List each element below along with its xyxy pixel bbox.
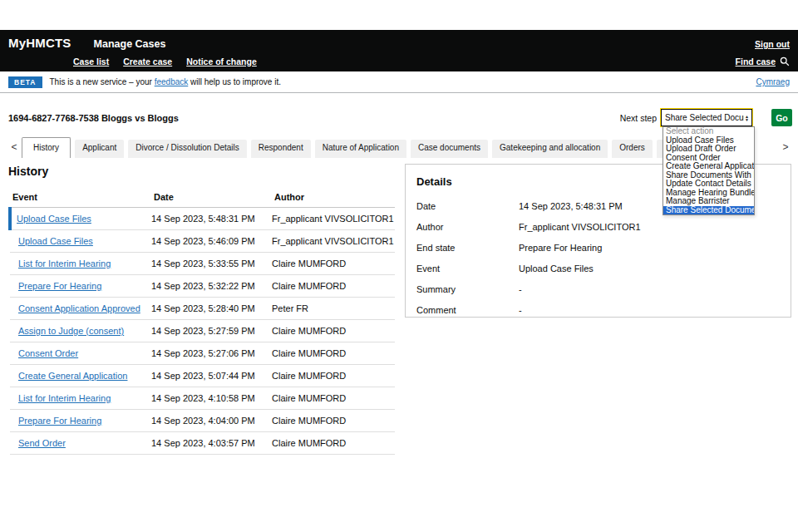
- next-step-selected-value: Share Selected Documents: [662, 113, 744, 122]
- table-row: Consent Application Approved 14 Sep 2023…: [10, 298, 395, 320]
- find-case[interactable]: Find case: [736, 57, 790, 66]
- event-date: 14 Sep 2023, 5:27:06 PM: [151, 342, 272, 365]
- tab-scroll-right-icon[interactable]: >: [778, 140, 793, 155]
- event-link[interactable]: List for Interim Hearing: [18, 393, 111, 403]
- event-author: Claire MUMFORD: [272, 253, 395, 275]
- details-field: Comment -: [416, 299, 780, 320]
- next-step-label: Next step: [620, 113, 657, 123]
- details-field-value: -: [519, 284, 522, 294]
- case-title: 1694-6827-7768-7538 Bloggs vs Bloggs: [8, 113, 179, 123]
- event-author: Claire MUMFORD: [272, 320, 395, 342]
- event-link[interactable]: Send Order: [18, 438, 66, 448]
- event-date: 14 Sep 2023, 5:32:22 PM: [151, 275, 272, 298]
- dropdown-option[interactable]: Share Selected Documents: [663, 206, 754, 215]
- main-nav: Case listCreate caseNotice of change: [73, 57, 257, 66]
- feedback-link[interactable]: feedback: [155, 77, 189, 86]
- tab[interactable]: Divorce / Dissolution Details: [128, 140, 247, 158]
- event-link[interactable]: Upload Case Files: [18, 236, 93, 246]
- table-row: List for Interim Hearing 14 Sep 2023, 4:…: [10, 387, 395, 410]
- tab[interactable]: Nature of Application: [315, 140, 406, 158]
- history-table-body: Upload Case Files 14 Sep 2023, 5:48:31 P…: [10, 208, 395, 455]
- history-heading: History: [8, 165, 395, 178]
- dropdown-option[interactable]: Consent Order: [663, 154, 754, 163]
- next-step-select[interactable]: Share Selected Documents ▲ ▼: [661, 109, 752, 126]
- event-link[interactable]: List for Interim Hearing: [18, 259, 111, 268]
- tab[interactable]: Applicant: [75, 140, 124, 158]
- event-link[interactable]: Upload Case Files: [17, 214, 91, 224]
- page: MyHMCTS Manage Cases Sign out Case listC…: [0, 0, 798, 532]
- nav-link[interactable]: Notice of change: [186, 57, 257, 66]
- sign-out-link[interactable]: Sign out: [755, 39, 790, 49]
- tab-scroll-left-icon[interactable]: <: [7, 140, 22, 155]
- table-row: Upload Case Files 14 Sep 2023, 5:46:09 P…: [10, 230, 395, 253]
- phase-banner-text: This is a new service – your feedback wi…: [50, 77, 281, 86]
- details-field: Event Upload Case Files: [416, 258, 780, 278]
- event-date: 14 Sep 2023, 4:03:57 PM: [151, 432, 272, 455]
- spinner-down-icon: ▼: [745, 118, 749, 121]
- nav-link[interactable]: Create case: [123, 57, 172, 66]
- details-field-value: Prepare For Hearing: [519, 243, 602, 253]
- table-header-row: Event Date Author: [10, 185, 395, 208]
- details-field-label: Summary: [416, 284, 519, 294]
- event-author: Fr_applicant VIVSOLICITOR1: [272, 208, 395, 230]
- tab[interactable]: History: [22, 137, 71, 158]
- event-link[interactable]: Consent Order: [18, 348, 78, 358]
- event-link[interactable]: Prepare For Hearing: [18, 416, 101, 426]
- dropdown-option[interactable]: Manage Hearing Bundles: [663, 189, 754, 198]
- table-row: Send Order 14 Sep 2023, 4:03:57 PM Clair…: [10, 432, 395, 455]
- table-row: List for Interim Hearing 14 Sep 2023, 5:…: [10, 253, 395, 275]
- event-link[interactable]: Create General Application: [18, 371, 127, 381]
- event-link[interactable]: Assign to Judge (consent): [18, 326, 124, 336]
- details-field-label: Date: [416, 201, 519, 211]
- event-author: Claire MUMFORD: [272, 342, 395, 365]
- table-row: Consent Order 14 Sep 2023, 5:27:06 PM Cl…: [10, 342, 395, 365]
- dropdown-option[interactable]: Share Documents With Resp: [663, 171, 754, 180]
- phase-text-before: This is a new service – your: [50, 77, 155, 86]
- dropdown-option[interactable]: Manage Barrister: [663, 197, 754, 206]
- nav-link[interactable]: Case list: [73, 57, 109, 66]
- table-row: Prepare For Hearing 14 Sep 2023, 5:32:22…: [10, 275, 395, 298]
- event-author: Claire MUMFORD: [272, 387, 395, 410]
- dropdown-option[interactable]: Create General Application: [663, 162, 754, 171]
- phase-text-after: will help us to improve it.: [188, 77, 281, 86]
- details-field-value: Upload Case Files: [519, 264, 594, 273]
- details-field-value: Fr_applicant VIVSOLICITOR1: [519, 222, 641, 232]
- app-title: Manage Cases: [94, 38, 166, 50]
- details-field: End state Prepare For Hearing: [416, 237, 780, 258]
- tab[interactable]: Gatekeeping and allocation: [492, 140, 608, 158]
- history-table: Event Date Author Upload Case Files 14 S…: [8, 185, 395, 455]
- details-field-label: Event: [416, 264, 519, 273]
- event-date: 14 Sep 2023, 5:07:44 PM: [151, 365, 272, 387]
- table-row: Upload Case Files 14 Sep 2023, 5:48:31 P…: [10, 208, 395, 230]
- find-case-link[interactable]: Find case: [736, 57, 776, 66]
- details-field-value: 14 Sep 2023, 5:48:31 PM: [519, 201, 623, 211]
- brand-logo[interactable]: MyHMCTS: [8, 36, 71, 50]
- details-field-value: -: [519, 305, 522, 315]
- event-date: 14 Sep 2023, 4:04:00 PM: [151, 410, 272, 432]
- event-link[interactable]: Consent Application Approved: [18, 303, 140, 313]
- go-button[interactable]: Go: [771, 109, 792, 126]
- dropdown-option[interactable]: Select action: [663, 127, 754, 136]
- event-date: 14 Sep 2023, 5:33:55 PM: [151, 253, 272, 275]
- history-panel: History Event Date Author Upload Case Fi…: [8, 165, 395, 455]
- event-date: 14 Sep 2023, 5:46:09 PM: [151, 230, 272, 253]
- search-icon[interactable]: [780, 57, 790, 66]
- dropdown-option[interactable]: Upload Draft Order: [663, 145, 754, 154]
- tab[interactable]: Respondent: [251, 140, 311, 158]
- tab[interactable]: Orders: [612, 140, 653, 158]
- table-row: Assign to Judge (consent) 14 Sep 2023, 5…: [10, 320, 395, 342]
- beta-badge: BETA: [8, 76, 42, 88]
- column-header-author: Author: [272, 185, 395, 208]
- event-link[interactable]: Prepare For Hearing: [18, 281, 101, 291]
- dropdown-option[interactable]: Upload Case Files: [663, 136, 754, 145]
- dropdown-option[interactable]: Update Contact Details: [663, 180, 754, 189]
- next-step-dropdown-list: Select actionUpload Case FilesUpload Dra…: [663, 126, 755, 215]
- details-field-label: Comment: [416, 305, 519, 315]
- language-toggle-link[interactable]: Cymraeg: [756, 77, 790, 86]
- event-author: Claire MUMFORD: [272, 365, 395, 387]
- tab[interactable]: Case documents: [411, 140, 488, 158]
- event-author: Fr_applicant VIVSOLICITOR1: [272, 230, 395, 253]
- next-step-controls: Next step Share Selected Documents ▲ ▼ G…: [620, 109, 792, 126]
- event-date: 14 Sep 2023, 5:27:59 PM: [151, 320, 272, 342]
- event-author: Peter FR: [272, 298, 395, 320]
